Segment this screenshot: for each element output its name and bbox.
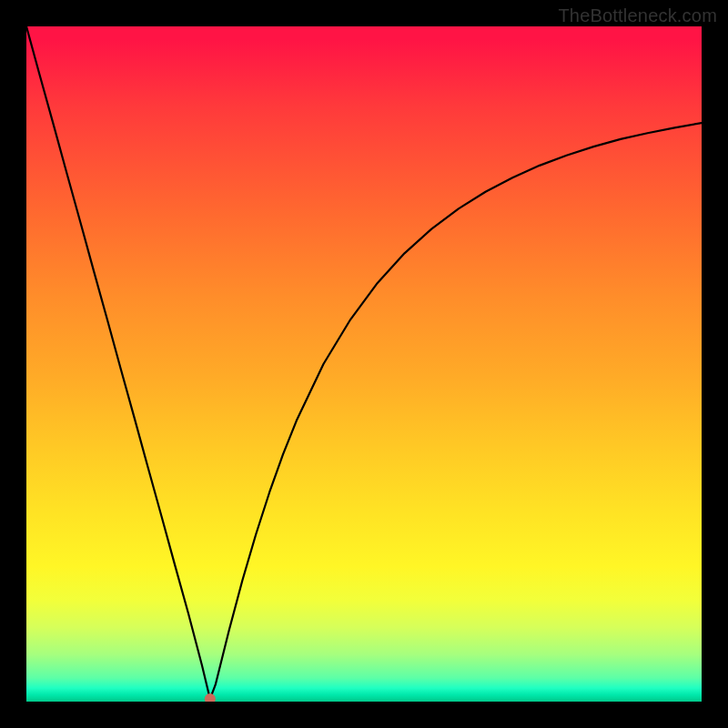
- watermark-text: TheBottleneck.com: [558, 5, 717, 26]
- curve-layer: [26, 26, 702, 702]
- plot-area: [26, 26, 702, 702]
- chart-frame: TheBottleneck.com: [0, 0, 728, 728]
- optimal-point-marker: [205, 693, 216, 702]
- bottleneck-curve: [26, 26, 702, 699]
